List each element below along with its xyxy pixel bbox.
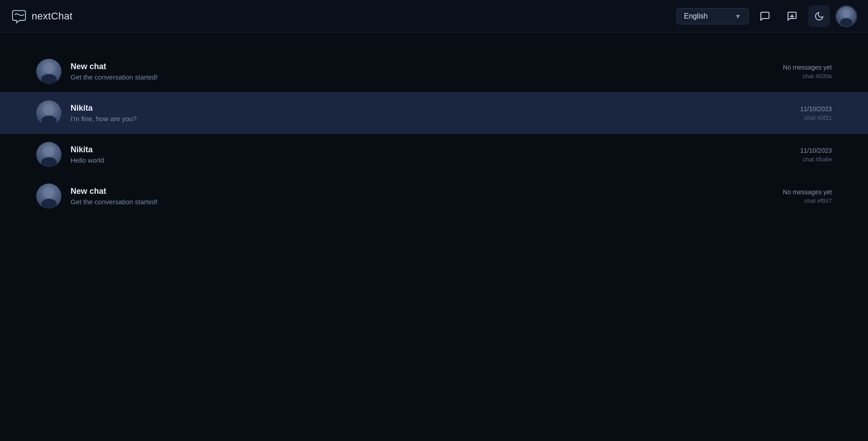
language-selector[interactable]: English ▼ (676, 8, 749, 24)
search-chat-icon (760, 11, 770, 22)
chat-preview: Hello world (71, 156, 791, 164)
chat-meta: No messages yet chat #f937 (783, 188, 832, 204)
chat-name: New chat (71, 62, 774, 71)
chat-avatar (36, 183, 61, 209)
avatar-circle (36, 142, 61, 167)
chat-search-button[interactable] (754, 5, 776, 27)
chat-date: No messages yet (783, 64, 832, 71)
chat-list-item[interactable]: New chat Get the conversation started! N… (0, 51, 868, 92)
chat-id-label: chat #5a6e (803, 156, 832, 163)
moon-icon (814, 11, 824, 21)
chat-info: New chat Get the conversation started! (71, 62, 774, 81)
new-chat-icon (787, 11, 797, 22)
navbar-right: English ▼ (676, 5, 857, 27)
chat-id-label: chat #035b (803, 73, 832, 80)
chat-id-label: chat #f937 (804, 197, 832, 204)
chat-name: New chat (71, 187, 774, 196)
chat-avatar (36, 142, 61, 167)
chat-meta: 11/10/2023 chat #0f21 (800, 105, 832, 121)
chat-date: 11/10/2023 (800, 105, 832, 113)
chat-list: New chat Get the conversation started! N… (0, 51, 868, 217)
chat-list-item[interactable]: Nikita Hello world 11/10/2023 chat #5a6e (0, 134, 868, 175)
chat-info: Nikita Hello world (71, 145, 791, 164)
language-value: English (684, 12, 708, 20)
navbar-left: nextChat (11, 8, 72, 24)
dark-mode-button[interactable] (808, 5, 830, 27)
logo-icon (11, 8, 27, 24)
chat-list-item[interactable]: Nikita I'm fine, how are you? 11/10/2023… (0, 92, 868, 134)
chat-name: Nikita (71, 103, 791, 113)
avatar-image (836, 6, 856, 26)
chat-date: No messages yet (783, 188, 832, 196)
chat-info: New chat Get the conversation started! (71, 187, 774, 206)
navbar: nextChat English ▼ (0, 0, 868, 33)
chat-name: Nikita (71, 145, 791, 155)
main-content: New chat Get the conversation started! N… (0, 33, 868, 235)
user-avatar[interactable] (835, 5, 857, 27)
chat-avatar (36, 59, 61, 84)
new-chat-button[interactable] (781, 5, 803, 27)
chevron-down-icon: ▼ (735, 13, 741, 20)
chat-list-item[interactable]: New chat Get the conversation started! N… (0, 175, 868, 217)
chat-info: Nikita I'm fine, how are you? (71, 103, 791, 122)
chat-meta: 11/10/2023 chat #5a6e (800, 147, 832, 163)
avatar-circle (36, 183, 61, 209)
chat-date: 11/10/2023 (800, 147, 832, 154)
chat-preview: I'm fine, how are you? (71, 115, 791, 122)
avatar-circle (36, 59, 61, 84)
avatar-circle (36, 100, 61, 126)
chat-preview: Get the conversation started! (71, 73, 774, 81)
chat-preview: Get the conversation started! (71, 198, 774, 206)
app-name: nextChat (32, 10, 72, 22)
chat-avatar (36, 100, 61, 126)
chat-meta: No messages yet chat #035b (783, 64, 832, 80)
chat-id-label: chat #0f21 (804, 114, 832, 121)
